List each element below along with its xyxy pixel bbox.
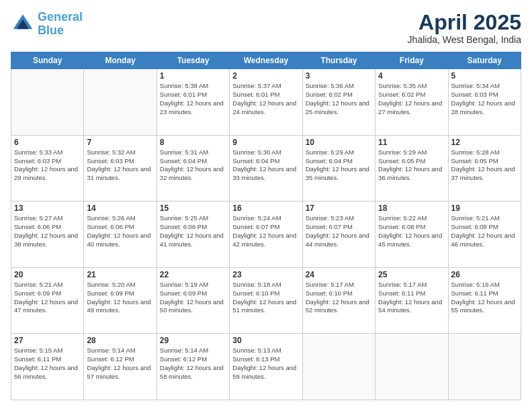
calendar-cell: 29Sunrise: 5:14 AMSunset: 6:12 PMDayligh… <box>157 334 229 400</box>
calendar-header-row: Sunday Monday Tuesday Wednesday Thursday… <box>11 52 521 69</box>
day-number: 19 <box>451 203 518 213</box>
header-friday: Friday <box>375 52 448 69</box>
day-info: Sunrise: 5:26 AMSunset: 6:06 PMDaylight:… <box>87 214 153 248</box>
calendar-cell: 22Sunrise: 5:19 AMSunset: 6:09 PMDayligh… <box>157 267 229 334</box>
day-info: Sunrise: 5:31 AMSunset: 6:04 PMDaylight:… <box>160 148 226 183</box>
calendar-cell: 18Sunrise: 5:22 AMSunset: 6:08 PMDayligh… <box>375 201 448 268</box>
logo-general: General <box>38 10 83 24</box>
calendar-cell: 14Sunrise: 5:26 AMSunset: 6:06 PMDayligh… <box>84 201 157 268</box>
day-info: Sunrise: 5:36 AMSunset: 6:02 PMDaylight:… <box>306 82 372 116</box>
calendar-cell: 2Sunrise: 5:37 AMSunset: 6:01 PMDaylight… <box>230 69 302 136</box>
header-saturday: Saturday <box>448 52 521 69</box>
calendar-table: Sunday Monday Tuesday Wednesday Thursday… <box>11 52 521 400</box>
calendar-cell: 3Sunrise: 5:36 AMSunset: 6:02 PMDaylight… <box>302 69 375 136</box>
day-info: Sunrise: 5:24 AMSunset: 6:07 PMDaylight:… <box>232 214 299 248</box>
calendar-cell: 17Sunrise: 5:23 AMSunset: 6:07 PMDayligh… <box>302 201 375 268</box>
day-info: Sunrise: 5:13 AMSunset: 6:13 PMDaylight:… <box>232 347 299 381</box>
day-number: 23 <box>232 270 299 279</box>
calendar-cell <box>302 334 375 400</box>
calendar-cell <box>11 69 84 136</box>
day-number: 24 <box>306 270 372 279</box>
header-sunday: Sunday <box>11 52 84 69</box>
calendar-cell: 19Sunrise: 5:21 AMSunset: 6:08 PMDayligh… <box>448 201 521 268</box>
day-number: 9 <box>232 138 299 147</box>
day-number: 3 <box>306 71 372 81</box>
day-info: Sunrise: 5:28 AMSunset: 6:05 PMDaylight:… <box>451 148 518 183</box>
day-number: 18 <box>378 203 445 213</box>
day-info: Sunrise: 5:15 AMSunset: 6:11 PMDaylight:… <box>14 347 81 381</box>
day-number: 29 <box>160 336 226 345</box>
day-info: Sunrise: 5:38 AMSunset: 6:01 PMDaylight:… <box>160 82 226 116</box>
calendar-cell: 1Sunrise: 5:38 AMSunset: 6:01 PMDaylight… <box>157 69 229 136</box>
day-info: Sunrise: 5:37 AMSunset: 6:01 PMDaylight:… <box>232 82 299 116</box>
day-info: Sunrise: 5:29 AMSunset: 6:05 PMDaylight:… <box>378 148 445 183</box>
calendar-cell: 15Sunrise: 5:25 AMSunset: 6:06 PMDayligh… <box>157 201 229 268</box>
day-number: 20 <box>14 270 81 279</box>
calendar-cell: 21Sunrise: 5:20 AMSunset: 6:09 PMDayligh… <box>84 267 157 334</box>
header-monday: Monday <box>84 52 157 69</box>
calendar-cell: 7Sunrise: 5:32 AMSunset: 6:03 PMDaylight… <box>84 135 157 201</box>
calendar-cell: 26Sunrise: 5:16 AMSunset: 6:11 PMDayligh… <box>448 267 521 334</box>
day-info: Sunrise: 5:23 AMSunset: 6:07 PMDaylight:… <box>306 214 372 248</box>
day-number: 15 <box>160 203 226 213</box>
calendar-cell: 27Sunrise: 5:15 AMSunset: 6:11 PMDayligh… <box>11 334 84 400</box>
header-tuesday: Tuesday <box>157 52 229 69</box>
location: Jhalida, West Bengal, India <box>408 34 521 45</box>
day-info: Sunrise: 5:19 AMSunset: 6:09 PMDaylight:… <box>160 281 226 315</box>
day-number: 14 <box>87 203 153 213</box>
day-info: Sunrise: 5:17 AMSunset: 6:10 PMDaylight:… <box>306 281 372 315</box>
day-info: Sunrise: 5:29 AMSunset: 6:04 PMDaylight:… <box>306 148 372 183</box>
week-row-1: 1Sunrise: 5:38 AMSunset: 6:01 PMDaylight… <box>11 69 521 136</box>
day-info: Sunrise: 5:18 AMSunset: 6:10 PMDaylight:… <box>232 281 299 315</box>
day-number: 28 <box>87 336 153 345</box>
day-number: 5 <box>451 71 518 81</box>
calendar-cell: 9Sunrise: 5:30 AMSunset: 6:04 PMDaylight… <box>230 135 302 201</box>
day-number: 13 <box>14 203 81 213</box>
day-number: 22 <box>160 270 226 279</box>
day-info: Sunrise: 5:33 AMSunset: 6:03 PMDaylight:… <box>14 148 81 183</box>
logo-text: General Blue <box>38 11 83 38</box>
day-number: 2 <box>232 71 299 81</box>
day-number: 12 <box>451 138 518 147</box>
logo-icon <box>11 12 35 36</box>
calendar-cell: 24Sunrise: 5:17 AMSunset: 6:10 PMDayligh… <box>302 267 375 334</box>
calendar-cell: 16Sunrise: 5:24 AMSunset: 6:07 PMDayligh… <box>230 201 302 268</box>
day-info: Sunrise: 5:25 AMSunset: 6:06 PMDaylight:… <box>160 214 226 248</box>
calendar-cell: 12Sunrise: 5:28 AMSunset: 6:05 PMDayligh… <box>448 135 521 201</box>
day-number: 26 <box>451 270 518 279</box>
day-number: 6 <box>14 138 81 147</box>
calendar-cell: 6Sunrise: 5:33 AMSunset: 6:03 PMDaylight… <box>11 135 84 201</box>
day-info: Sunrise: 5:14 AMSunset: 6:12 PMDaylight:… <box>87 347 153 381</box>
day-number: 8 <box>160 138 226 147</box>
day-number: 11 <box>378 138 445 147</box>
calendar-cell: 20Sunrise: 5:21 AMSunset: 6:09 PMDayligh… <box>11 267 84 334</box>
day-info: Sunrise: 5:16 AMSunset: 6:11 PMDaylight:… <box>451 281 518 315</box>
day-number: 1 <box>160 71 226 81</box>
day-number: 10 <box>306 138 372 147</box>
calendar-cell: 28Sunrise: 5:14 AMSunset: 6:12 PMDayligh… <box>84 334 157 400</box>
day-info: Sunrise: 5:27 AMSunset: 6:06 PMDaylight:… <box>14 214 81 248</box>
day-number: 4 <box>378 71 445 81</box>
calendar-cell: 11Sunrise: 5:29 AMSunset: 6:05 PMDayligh… <box>375 135 448 201</box>
week-row-5: 27Sunrise: 5:15 AMSunset: 6:11 PMDayligh… <box>11 334 521 400</box>
week-row-3: 13Sunrise: 5:27 AMSunset: 6:06 PMDayligh… <box>11 201 521 268</box>
day-info: Sunrise: 5:20 AMSunset: 6:09 PMDaylight:… <box>87 281 153 315</box>
day-info: Sunrise: 5:21 AMSunset: 6:09 PMDaylight:… <box>14 281 81 315</box>
calendar-cell: 5Sunrise: 5:34 AMSunset: 6:03 PMDaylight… <box>448 69 521 136</box>
page: General Blue April 2025 Jhalida, West Be… <box>0 0 532 411</box>
day-info: Sunrise: 5:32 AMSunset: 6:03 PMDaylight:… <box>87 148 153 183</box>
day-info: Sunrise: 5:35 AMSunset: 6:02 PMDaylight:… <box>378 82 445 116</box>
logo: General Blue <box>11 11 83 38</box>
calendar-cell: 30Sunrise: 5:13 AMSunset: 6:13 PMDayligh… <box>230 334 302 400</box>
month-title: April 2025 <box>408 11 521 34</box>
week-row-4: 20Sunrise: 5:21 AMSunset: 6:09 PMDayligh… <box>11 267 521 334</box>
calendar-cell: 8Sunrise: 5:31 AMSunset: 6:04 PMDaylight… <box>157 135 229 201</box>
day-info: Sunrise: 5:14 AMSunset: 6:12 PMDaylight:… <box>160 347 226 381</box>
week-row-2: 6Sunrise: 5:33 AMSunset: 6:03 PMDaylight… <box>11 135 521 201</box>
calendar-cell: 4Sunrise: 5:35 AMSunset: 6:02 PMDaylight… <box>375 69 448 136</box>
calendar-cell: 25Sunrise: 5:17 AMSunset: 6:11 PMDayligh… <box>375 267 448 334</box>
day-info: Sunrise: 5:17 AMSunset: 6:11 PMDaylight:… <box>378 281 445 315</box>
calendar-cell <box>84 69 157 136</box>
calendar-cell <box>448 334 521 400</box>
calendar-cell: 10Sunrise: 5:29 AMSunset: 6:04 PMDayligh… <box>302 135 375 201</box>
